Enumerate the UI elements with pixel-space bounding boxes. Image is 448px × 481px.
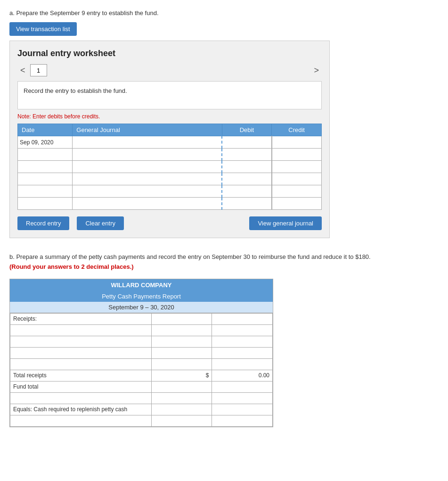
receipt-mid-4[interactable] — [151, 347, 212, 358]
date-cell-6 — [18, 198, 73, 210]
dollar-sign: $ — [206, 372, 209, 379]
journal-input-3[interactable] — [74, 164, 220, 170]
journal-input-5[interactable] — [74, 188, 220, 195]
receipt-label-4[interactable] — [10, 347, 152, 358]
last-blank-label[interactable] — [10, 415, 152, 426]
receipt-mid-5[interactable] — [151, 358, 212, 370]
date-cell-1: Sep 09, 2020 — [18, 136, 73, 149]
clear-entry-button[interactable]: Clear entry — [77, 216, 124, 230]
blank-amount-input[interactable] — [215, 395, 269, 401]
receipt-label-2[interactable] — [10, 324, 152, 336]
receipts-amount-1[interactable] — [212, 313, 273, 324]
general-journal-header: General Journal — [73, 124, 222, 136]
fund-total-amount[interactable] — [212, 381, 273, 392]
receipt-label-input-4[interactable] — [13, 349, 148, 356]
last-blank-label-input[interactable] — [13, 417, 148, 424]
debit-cell-5[interactable] — [222, 185, 272, 198]
credit-cell-6[interactable] — [272, 198, 322, 210]
worksheet-buttons-row: Record entry Clear entry View general jo… — [17, 216, 322, 230]
journal-cell-5[interactable] — [73, 185, 222, 198]
table-row — [10, 392, 273, 404]
credit-input-5[interactable] — [274, 188, 319, 195]
receipt-label-5[interactable] — [10, 358, 152, 370]
journal-input-6[interactable] — [74, 200, 220, 207]
blank-label[interactable] — [10, 392, 152, 404]
debit-input-3[interactable] — [224, 164, 269, 170]
credit-cell-4[interactable] — [272, 173, 322, 185]
receipts-input-mid-1[interactable] — [155, 315, 209, 322]
credit-cell-1[interactable] — [272, 136, 322, 149]
receipt-label-input-2[interactable] — [13, 327, 148, 333]
receipt-label-3[interactable] — [10, 336, 152, 347]
journal-cell-6[interactable] — [73, 198, 222, 210]
debit-input-5[interactable] — [224, 188, 269, 195]
petty-table: Receipts: — [10, 313, 273, 427]
credit-input-1[interactable] — [274, 139, 319, 146]
debit-input-4[interactable] — [224, 176, 269, 182]
debit-cell-4[interactable] — [222, 173, 272, 185]
page-number-input[interactable] — [30, 64, 47, 76]
credit-cell-2[interactable] — [272, 149, 322, 161]
receipt-mid-input-2[interactable] — [155, 327, 209, 333]
journal-input-1[interactable] — [74, 139, 220, 146]
equals-mid-input[interactable] — [155, 406, 209, 413]
fund-total-amount-input[interactable] — [215, 383, 269, 390]
fund-total-mid[interactable] — [151, 381, 212, 392]
receipt-amount-input-4[interactable] — [215, 349, 269, 356]
receipt-mid-input-5[interactable] — [155, 361, 209, 367]
record-entry-button[interactable]: Record entry — [17, 216, 69, 230]
blank-mid[interactable] — [151, 392, 212, 404]
receipt-amount-2[interactable] — [212, 324, 273, 336]
last-blank-mid-input[interactable] — [155, 417, 209, 424]
view-transaction-button[interactable]: View transaction list — [9, 22, 77, 36]
equals-amount-input[interactable] — [215, 406, 269, 413]
credit-input-4[interactable] — [274, 176, 319, 182]
receipt-mid-input-3[interactable] — [155, 338, 209, 345]
receipt-amount-3[interactable] — [212, 336, 273, 347]
journal-cell-3[interactable] — [73, 161, 222, 173]
credit-input-2[interactable] — [274, 151, 319, 158]
date-cell-5 — [18, 185, 73, 198]
receipt-amount-5[interactable] — [212, 358, 273, 370]
equals-mid[interactable] — [151, 404, 212, 415]
debit-cell-2[interactable] — [222, 149, 272, 161]
receipt-label-input-5[interactable] — [13, 361, 148, 367]
blank-label-input[interactable] — [13, 395, 148, 401]
credit-input-6[interactable] — [274, 200, 319, 207]
next-page-button[interactable]: > — [311, 65, 322, 76]
journal-input-2[interactable] — [74, 151, 220, 158]
last-blank-amount[interactable] — [212, 415, 273, 426]
receipt-mid-input-4[interactable] — [155, 349, 209, 356]
journal-cell-1[interactable] — [73, 136, 222, 149]
receipt-amount-input-3[interactable] — [215, 338, 269, 345]
receipt-amount-input-2[interactable] — [215, 327, 269, 333]
debit-input-2[interactable] — [224, 151, 269, 158]
credit-input-3[interactable] — [274, 164, 319, 170]
credit-cell-5[interactable] — [272, 185, 322, 198]
journal-cell-4[interactable] — [73, 173, 222, 185]
receipts-input-amount-1[interactable] — [215, 315, 269, 322]
petty-period: September 9 – 30, 2020 — [10, 302, 273, 313]
equals-amount[interactable] — [212, 404, 273, 415]
receipt-amount-4[interactable] — [212, 347, 273, 358]
journal-input-4[interactable] — [74, 176, 220, 182]
journal-cell-2[interactable] — [73, 149, 222, 161]
fund-total-input[interactable] — [155, 383, 209, 390]
last-blank-amount-input[interactable] — [215, 417, 269, 424]
receipts-mid-1[interactable] — [151, 313, 212, 324]
blank-mid-input[interactable] — [155, 395, 209, 401]
credit-cell-3[interactable] — [272, 161, 322, 173]
receipt-mid-2[interactable] — [151, 324, 212, 336]
view-general-journal-button[interactable]: View general journal — [249, 216, 322, 230]
debit-input-6[interactable] — [224, 200, 269, 207]
receipt-amount-input-5[interactable] — [215, 361, 269, 367]
debit-input-1[interactable] — [224, 139, 269, 146]
debit-cell-1[interactable] — [222, 136, 272, 149]
receipt-mid-3[interactable] — [151, 336, 212, 347]
debit-cell-3[interactable] — [222, 161, 272, 173]
prev-page-button[interactable]: < — [17, 65, 28, 76]
debit-cell-6[interactable] — [222, 198, 272, 210]
blank-amount[interactable] — [212, 392, 273, 404]
last-blank-mid[interactable] — [151, 415, 212, 426]
receipt-label-input-3[interactable] — [13, 338, 148, 345]
